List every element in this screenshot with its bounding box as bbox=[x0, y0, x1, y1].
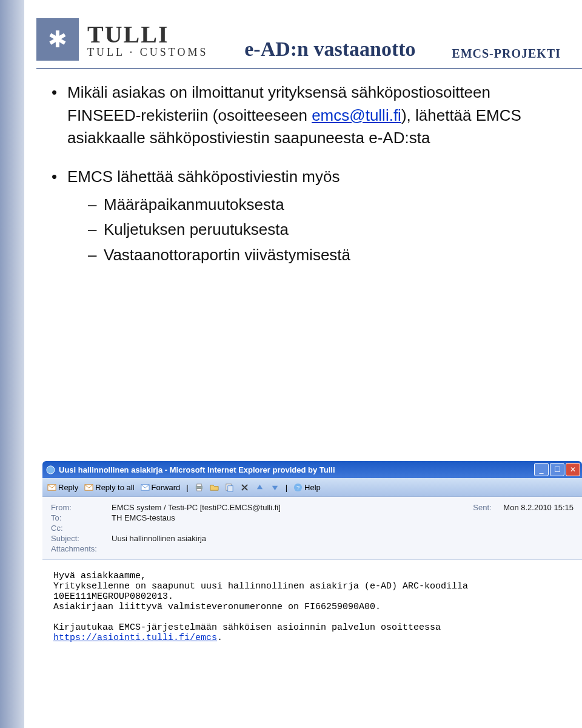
envelope-icon bbox=[84, 483, 93, 492]
svg-text:?: ? bbox=[296, 485, 299, 491]
svg-rect-8 bbox=[227, 485, 232, 491]
help-button[interactable]: ?Help bbox=[293, 483, 321, 492]
email-body: Hyvä asiakkaamme, Yrityksellenne on saap… bbox=[42, 560, 582, 710]
arrow-down-icon bbox=[270, 483, 279, 492]
sent-label: Sent: bbox=[473, 503, 503, 512]
delete-button[interactable] bbox=[240, 483, 249, 492]
project-label: EMCS-PROJEKTI bbox=[452, 47, 561, 61]
from-label: From: bbox=[51, 503, 112, 512]
sub-bullet: Kuljetuksen peruutuksesta bbox=[88, 218, 552, 241]
slide-sidebar bbox=[0, 0, 24, 728]
body-line: 10EE111MEGROUP0802013. bbox=[53, 592, 173, 602]
arrow-up-icon bbox=[255, 483, 264, 492]
next-button[interactable] bbox=[270, 483, 279, 492]
org-logo-icon: ✱ bbox=[36, 18, 79, 61]
copy-icon bbox=[225, 483, 234, 492]
print-icon bbox=[195, 483, 204, 492]
svg-rect-6 bbox=[196, 488, 201, 491]
body-line: Yrityksellenne on saapunut uusi hallinno… bbox=[53, 581, 468, 592]
to-label: To: bbox=[51, 513, 112, 522]
bullet-1: Mikäli asiakas on ilmoittanut yrityksens… bbox=[52, 81, 552, 150]
maximize-button[interactable]: ☐ bbox=[550, 463, 564, 476]
email-window: Uusi hallinnollinen asiakirja - Microsof… bbox=[42, 461, 582, 728]
forward-button[interactable]: Forward bbox=[141, 483, 181, 492]
subject-label: Subject: bbox=[51, 534, 112, 543]
minimize-button[interactable]: _ bbox=[534, 463, 549, 476]
svg-point-0 bbox=[47, 465, 55, 473]
help-icon: ? bbox=[293, 483, 303, 492]
close-button[interactable]: ✕ bbox=[566, 463, 580, 476]
email-toolbar: Reply Reply to all Forward | | ?Help bbox=[42, 478, 582, 497]
attachments-label: Attachments: bbox=[51, 544, 112, 553]
window-title: Uusi hallinnollinen asiakirja - Microsof… bbox=[59, 465, 335, 474]
subject-value: Uusi hallinnollinen asiakirja bbox=[112, 534, 206, 543]
titlebar[interactable]: Uusi hallinnollinen asiakirja - Microsof… bbox=[42, 461, 582, 478]
slide-header: ✱ Tulli Tull · Customs e-AD:n vastaanott… bbox=[36, 0, 582, 66]
ie-icon bbox=[46, 465, 55, 474]
org-name: Tulli bbox=[87, 20, 209, 49]
bullet-2-text: EMCS lähettää sähköpostiviestin myös bbox=[67, 167, 340, 186]
envelope-icon bbox=[141, 483, 150, 492]
svg-rect-5 bbox=[196, 484, 201, 486]
move-button[interactable] bbox=[210, 483, 219, 492]
copy-button[interactable] bbox=[225, 483, 234, 492]
org-subtitle: Tull · Customs bbox=[87, 46, 209, 59]
to-value: TH EMCS-testaus bbox=[112, 513, 175, 522]
body-line: Asiakirjaan liittyvä valmisteveronumeron… bbox=[53, 602, 381, 612]
prev-button[interactable] bbox=[255, 483, 264, 492]
body-url[interactable]: https://asiointi.tulli.fi/emcs bbox=[53, 633, 217, 643]
body-line: Kirjautukaa EMCS-järjestelmään sähköisen… bbox=[53, 622, 441, 633]
delete-icon bbox=[240, 483, 249, 492]
folder-icon bbox=[210, 483, 219, 492]
slide-title: e-AD:n vastaanotto bbox=[209, 38, 452, 61]
reply-button[interactable]: Reply bbox=[47, 483, 78, 492]
email-headers: From: EMCS system / Testi-PC [testiPC.EM… bbox=[42, 497, 582, 560]
sub-bullet: Vastaanottoraportin viivästymisestä bbox=[88, 244, 552, 267]
org-block: ✱ Tulli Tull · Customs bbox=[36, 18, 209, 61]
from-value: EMCS system / Testi-PC [testiPC.EMCS@tul… bbox=[112, 503, 281, 512]
print-button[interactable] bbox=[195, 483, 204, 492]
email-link[interactable]: emcs@tulli.fi bbox=[312, 106, 401, 124]
envelope-icon bbox=[47, 483, 56, 492]
bullet-2: EMCS lähettää sähköpostiviestin myös Mää… bbox=[52, 166, 552, 267]
reply-all-button[interactable]: Reply to all bbox=[84, 483, 134, 492]
slide-content: Mikäli asiakas on ilmoittanut yrityksens… bbox=[36, 81, 582, 267]
body-greeting: Hyvä asiakkaamme, bbox=[53, 571, 146, 581]
sent-value: Mon 8.2.2010 15:15 bbox=[503, 503, 574, 512]
sub-bullet: Määräpaikanmuutoksesta bbox=[88, 194, 552, 217]
divider bbox=[36, 68, 582, 69]
slide-page: ✱ Tulli Tull · Customs e-AD:n vastaanott… bbox=[24, 0, 582, 728]
cc-label: Cc: bbox=[51, 524, 112, 533]
